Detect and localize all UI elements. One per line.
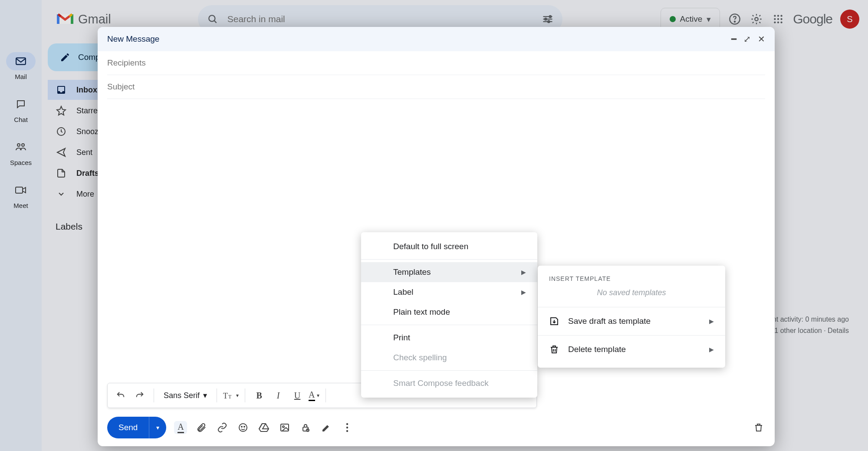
menu-separator [361, 325, 537, 325]
underline-icon[interactable]: U [289, 388, 305, 403]
svg-point-35 [346, 427, 348, 428]
fullscreen-icon[interactable]: ⤢ [743, 34, 751, 44]
more-options-icon[interactable] [341, 421, 354, 434]
confidential-icon[interactable] [299, 421, 312, 434]
send-button[interactable]: Send ▾ [107, 417, 166, 438]
menu-default-full-screen[interactable]: Default to full screen [361, 237, 537, 257]
svg-point-27 [239, 424, 247, 431]
image-icon[interactable] [278, 421, 291, 434]
send-more-icon[interactable]: ▾ [149, 418, 166, 437]
submenu-delete-template[interactable]: Delete template ▶ [538, 338, 725, 361]
recipients-field[interactable] [107, 51, 765, 75]
templates-submenu: INSERT TEMPLATE No saved templates Save … [538, 266, 725, 368]
undo-icon[interactable] [113, 388, 128, 403]
svg-point-29 [244, 426, 245, 427]
drive-icon[interactable] [257, 421, 270, 434]
svg-rect-30 [281, 424, 289, 431]
menu-separator [361, 259, 537, 260]
submenu-save-draft[interactable]: Save draft as template ▶ [538, 310, 725, 332]
link-icon[interactable] [216, 421, 229, 434]
attach-icon[interactable] [195, 421, 208, 434]
menu-separator [361, 370, 537, 371]
menu-smart-compose: Smart Compose feedback [361, 373, 537, 393]
text-color-icon[interactable]: A▾ [309, 388, 319, 403]
chevron-right-icon: ▶ [521, 269, 526, 276]
font-size-select[interactable]: TT▾ [223, 388, 239, 403]
emoji-icon[interactable] [237, 421, 250, 434]
trash-icon [549, 344, 559, 355]
svg-point-31 [283, 426, 284, 428]
chevron-right-icon: ▶ [709, 346, 714, 353]
chevron-right-icon: ▶ [709, 318, 714, 325]
menu-check-spelling: Check spelling [361, 348, 537, 368]
send-bar: Send ▾ A [98, 412, 775, 446]
menu-templates[interactable]: Templates▶ [361, 262, 537, 282]
subject-input[interactable] [107, 75, 765, 99]
subject-field[interactable] [107, 75, 765, 99]
menu-separator [538, 335, 725, 336]
minimize-icon[interactable]: ━ [731, 34, 736, 44]
text-format-icon[interactable]: A [174, 421, 187, 434]
close-icon[interactable]: ✕ [758, 34, 765, 44]
svg-text:T: T [228, 394, 232, 400]
svg-point-36 [346, 430, 348, 432]
menu-separator [538, 307, 725, 307]
svg-point-28 [241, 426, 242, 427]
svg-text:T: T [223, 392, 228, 400]
discard-icon[interactable] [752, 421, 765, 434]
compose-header: New Message ━ ⤢ ✕ [98, 27, 775, 51]
italic-icon[interactable]: I [270, 388, 286, 403]
menu-plain-text[interactable]: Plain text mode [361, 302, 537, 322]
chevron-right-icon: ▶ [521, 289, 526, 296]
redo-icon[interactable] [132, 388, 148, 403]
chevron-down-icon: ▾ [203, 391, 207, 400]
submenu-heading: INSERT TEMPLATE [538, 273, 725, 288]
bold-icon[interactable]: B [251, 388, 267, 403]
compose-title: New Message [107, 34, 159, 44]
menu-print[interactable]: Print [361, 328, 537, 348]
signature-icon[interactable] [320, 421, 333, 434]
svg-point-34 [346, 423, 348, 425]
font-family-select[interactable]: Sans Serif▾ [160, 391, 210, 400]
recipients-input[interactable] [107, 51, 765, 75]
submenu-empty: No saved templates [538, 288, 725, 304]
more-options-menu: Default to full screen Templates▶ Label▶… [361, 232, 537, 398]
menu-label[interactable]: Label▶ [361, 282, 537, 302]
save-icon [549, 316, 559, 326]
